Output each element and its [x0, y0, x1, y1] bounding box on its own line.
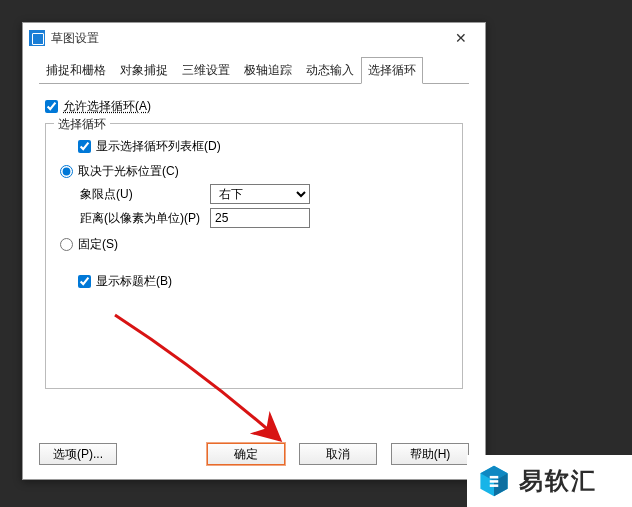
quadrant-row: 象限点(U) 右下 — [60, 184, 448, 204]
help-button[interactable]: 帮助(H) — [391, 443, 469, 465]
allow-select-cycle-label: 允许选择循环(A) — [63, 98, 151, 115]
dialog-title: 草图设置 — [51, 30, 99, 47]
show-listbox-checkbox[interactable] — [78, 140, 91, 153]
tab-3d-settings[interactable]: 三维设置 — [175, 57, 237, 84]
tab-object-snap[interactable]: 对象捕捉 — [113, 57, 175, 84]
brand-watermark: 易软汇 — [467, 455, 632, 507]
distance-label: 距离(以像素为单位)(P) — [80, 210, 210, 227]
radio-depends-cursor-label: 取决于光标位置(C) — [78, 163, 179, 180]
titlebar: 草图设置 ✕ — [23, 23, 485, 53]
brand-logo-icon — [477, 464, 511, 498]
options-button[interactable]: 选项(P)... — [39, 443, 117, 465]
close-button[interactable]: ✕ — [443, 26, 479, 50]
show-titlebar-row[interactable]: 显示标题栏(B) — [78, 273, 448, 290]
cancel-button[interactable]: 取消 — [299, 443, 377, 465]
quadrant-label: 象限点(U) — [80, 186, 210, 203]
tab-strip: 捕捉和栅格 对象捕捉 三维设置 极轴追踪 动态输入 选择循环 — [39, 57, 469, 84]
radio-fixed-label: 固定(S) — [78, 236, 118, 253]
tab-select-cycle[interactable]: 选择循环 — [361, 57, 423, 84]
show-listbox-label: 显示选择循环列表框(D) — [96, 138, 221, 155]
close-icon: ✕ — [455, 30, 467, 46]
brand-text: 易软汇 — [519, 465, 597, 497]
dialog-window: 草图设置 ✕ 捕捉和栅格 对象捕捉 三维设置 极轴追踪 动态输入 选择循环 允许… — [22, 22, 486, 480]
svg-rect-4 — [490, 480, 499, 483]
select-cycle-group: 选择循环 显示选择循环列表框(D) 取决于光标位置(C) 象限点(U) 右下 距… — [45, 123, 463, 389]
tab-polar-track[interactable]: 极轴追踪 — [237, 57, 299, 84]
button-row: 选项(P)... 确定 取消 帮助(H) — [39, 443, 469, 465]
tab-content: 允许选择循环(A) 选择循环 显示选择循环列表框(D) 取决于光标位置(C) 象… — [23, 84, 485, 407]
allow-select-cycle-checkbox[interactable] — [45, 100, 58, 113]
svg-rect-5 — [490, 484, 499, 487]
ok-button[interactable]: 确定 — [207, 443, 285, 465]
show-titlebar-label: 显示标题栏(B) — [96, 273, 172, 290]
tab-snap-grid[interactable]: 捕捉和栅格 — [39, 57, 113, 84]
distance-row: 距离(以像素为单位)(P) — [60, 208, 448, 228]
show-titlebar-checkbox[interactable] — [78, 275, 91, 288]
radio-depends-cursor[interactable] — [60, 165, 73, 178]
show-listbox-row[interactable]: 显示选择循环列表框(D) — [78, 138, 448, 155]
quadrant-select[interactable]: 右下 — [210, 184, 310, 204]
distance-input[interactable] — [210, 208, 310, 228]
app-icon — [29, 30, 45, 46]
svg-rect-3 — [490, 476, 499, 479]
group-legend: 选择循环 — [54, 116, 110, 133]
allow-select-cycle-row[interactable]: 允许选择循环(A) — [45, 98, 463, 115]
radio-fixed[interactable] — [60, 238, 73, 251]
tab-dynamic-input[interactable]: 动态输入 — [299, 57, 361, 84]
radio-fixed-row[interactable]: 固定(S) — [60, 236, 448, 253]
radio-depends-cursor-row[interactable]: 取决于光标位置(C) — [60, 163, 448, 180]
